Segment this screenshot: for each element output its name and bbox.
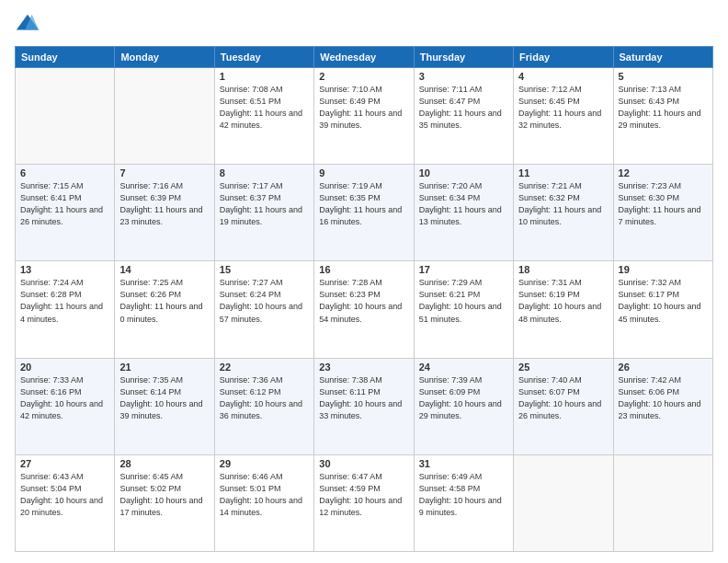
day-number: 5 — [619, 71, 708, 82]
calendar-cell: 30Sunrise: 6:47 AM Sunset: 4:59 PM Dayli… — [314, 454, 414, 551]
day-info: Sunrise: 7:25 AM Sunset: 6:26 PM Dayligh… — [119, 277, 209, 325]
calendar-cell — [613, 454, 712, 551]
day-number: 7 — [119, 167, 209, 178]
calendar-cell: 17Sunrise: 7:29 AM Sunset: 6:21 PM Dayli… — [414, 261, 513, 358]
day-info: Sunrise: 6:46 AM Sunset: 5:01 PM Dayligh… — [220, 471, 309, 519]
day-number: 28 — [119, 458, 209, 469]
day-info: Sunrise: 7:27 AM Sunset: 6:24 PM Dayligh… — [220, 277, 309, 325]
weekday-header: Thursday — [414, 47, 513, 68]
day-number: 18 — [518, 264, 608, 275]
page: SundayMondayTuesdayWednesdayThursdayFrid… — [0, 0, 728, 563]
calendar-cell: 23Sunrise: 7:38 AM Sunset: 6:11 PM Dayli… — [314, 358, 414, 454]
logo-icon — [15, 11, 40, 37]
logo — [15, 11, 44, 37]
weekday-header: Sunday — [16, 47, 115, 68]
calendar-cell: 21Sunrise: 7:35 AM Sunset: 6:14 PM Dayli… — [115, 358, 214, 454]
calendar-cell: 5Sunrise: 7:13 AM Sunset: 6:43 PM Daylig… — [613, 68, 712, 165]
day-info: Sunrise: 7:40 AM Sunset: 6:07 PM Dayligh… — [518, 374, 608, 422]
calendar-week-row: 13Sunrise: 7:24 AM Sunset: 6:28 PM Dayli… — [16, 261, 713, 358]
calendar-cell: 9Sunrise: 7:19 AM Sunset: 6:35 PM Daylig… — [314, 165, 414, 261]
day-info: Sunrise: 7:11 AM Sunset: 6:47 PM Dayligh… — [419, 84, 508, 132]
calendar-cell: 1Sunrise: 7:08 AM Sunset: 6:51 PM Daylig… — [214, 68, 313, 165]
day-number: 21 — [119, 362, 209, 373]
calendar-cell: 26Sunrise: 7:42 AM Sunset: 6:06 PM Dayli… — [613, 358, 712, 454]
day-number: 6 — [20, 167, 109, 178]
weekday-header: Saturday — [613, 47, 712, 68]
calendar-cell: 12Sunrise: 7:23 AM Sunset: 6:30 PM Dayli… — [613, 165, 712, 261]
day-info: Sunrise: 7:15 AM Sunset: 6:41 PM Dayligh… — [20, 180, 109, 228]
day-number: 31 — [419, 458, 508, 469]
day-info: Sunrise: 7:36 AM Sunset: 6:12 PM Dayligh… — [220, 374, 309, 422]
day-number: 19 — [619, 264, 708, 275]
day-number: 13 — [20, 264, 109, 275]
weekday-header: Friday — [514, 47, 613, 68]
day-number: 2 — [319, 71, 408, 82]
day-number: 23 — [319, 362, 408, 373]
day-number: 17 — [419, 264, 508, 275]
day-number: 22 — [220, 362, 309, 373]
day-info: Sunrise: 6:45 AM Sunset: 5:02 PM Dayligh… — [119, 471, 209, 519]
calendar-cell: 16Sunrise: 7:28 AM Sunset: 6:23 PM Dayli… — [314, 261, 414, 358]
calendar-week-row: 20Sunrise: 7:33 AM Sunset: 6:16 PM Dayli… — [16, 358, 713, 454]
day-info: Sunrise: 7:42 AM Sunset: 6:06 PM Dayligh… — [619, 374, 708, 422]
day-number: 8 — [220, 167, 309, 178]
calendar-cell: 3Sunrise: 7:11 AM Sunset: 6:47 PM Daylig… — [414, 68, 513, 165]
day-info: Sunrise: 7:32 AM Sunset: 6:17 PM Dayligh… — [619, 277, 708, 325]
calendar-cell: 22Sunrise: 7:36 AM Sunset: 6:12 PM Dayli… — [214, 358, 313, 454]
calendar-week-row: 6Sunrise: 7:15 AM Sunset: 6:41 PM Daylig… — [16, 165, 713, 261]
weekday-header: Wednesday — [314, 47, 414, 68]
day-number: 20 — [20, 362, 109, 373]
day-info: Sunrise: 7:20 AM Sunset: 6:34 PM Dayligh… — [419, 180, 508, 228]
calendar-week-row: 27Sunrise: 6:43 AM Sunset: 5:04 PM Dayli… — [16, 454, 713, 551]
day-info: Sunrise: 7:10 AM Sunset: 6:49 PM Dayligh… — [319, 84, 408, 132]
calendar-cell: 27Sunrise: 6:43 AM Sunset: 5:04 PM Dayli… — [16, 454, 115, 551]
day-info: Sunrise: 7:16 AM Sunset: 6:39 PM Dayligh… — [119, 180, 209, 228]
day-number: 11 — [518, 167, 608, 178]
day-info: Sunrise: 7:19 AM Sunset: 6:35 PM Dayligh… — [319, 180, 408, 228]
header — [15, 11, 713, 37]
day-info: Sunrise: 7:12 AM Sunset: 6:45 PM Dayligh… — [518, 84, 608, 132]
calendar-cell — [16, 68, 115, 165]
calendar-cell: 13Sunrise: 7:24 AM Sunset: 6:28 PM Dayli… — [16, 261, 115, 358]
day-info: Sunrise: 7:31 AM Sunset: 6:19 PM Dayligh… — [518, 277, 608, 325]
day-info: Sunrise: 7:23 AM Sunset: 6:30 PM Dayligh… — [619, 180, 708, 228]
calendar-week-row: 1Sunrise: 7:08 AM Sunset: 6:51 PM Daylig… — [16, 68, 713, 165]
weekday-header: Monday — [115, 47, 214, 68]
day-info: Sunrise: 6:47 AM Sunset: 4:59 PM Dayligh… — [319, 471, 408, 519]
calendar-cell: 10Sunrise: 7:20 AM Sunset: 6:34 PM Dayli… — [414, 165, 513, 261]
day-number: 29 — [220, 458, 309, 469]
calendar-cell: 14Sunrise: 7:25 AM Sunset: 6:26 PM Dayli… — [115, 261, 214, 358]
day-number: 10 — [419, 167, 508, 178]
calendar-cell — [115, 68, 214, 165]
day-info: Sunrise: 7:29 AM Sunset: 6:21 PM Dayligh… — [419, 277, 508, 325]
calendar-cell: 19Sunrise: 7:32 AM Sunset: 6:17 PM Dayli… — [613, 261, 712, 358]
calendar-cell: 11Sunrise: 7:21 AM Sunset: 6:32 PM Dayli… — [514, 165, 613, 261]
day-number: 25 — [518, 362, 608, 373]
day-info: Sunrise: 7:21 AM Sunset: 6:32 PM Dayligh… — [518, 180, 608, 228]
day-number: 27 — [20, 458, 109, 469]
calendar-cell: 18Sunrise: 7:31 AM Sunset: 6:19 PM Dayli… — [514, 261, 613, 358]
calendar-cell: 20Sunrise: 7:33 AM Sunset: 6:16 PM Dayli… — [16, 358, 115, 454]
calendar-cell: 28Sunrise: 6:45 AM Sunset: 5:02 PM Dayli… — [115, 454, 214, 551]
header-row: SundayMondayTuesdayWednesdayThursdayFrid… — [16, 47, 713, 68]
day-number: 3 — [419, 71, 508, 82]
calendar-cell: 25Sunrise: 7:40 AM Sunset: 6:07 PM Dayli… — [514, 358, 613, 454]
calendar-cell: 15Sunrise: 7:27 AM Sunset: 6:24 PM Dayli… — [214, 261, 313, 358]
day-info: Sunrise: 7:39 AM Sunset: 6:09 PM Dayligh… — [419, 374, 508, 422]
day-number: 9 — [319, 167, 408, 178]
day-number: 30 — [319, 458, 408, 469]
day-info: Sunrise: 7:33 AM Sunset: 6:16 PM Dayligh… — [20, 374, 109, 422]
day-number: 14 — [119, 264, 209, 275]
day-number: 24 — [419, 362, 508, 373]
day-info: Sunrise: 7:35 AM Sunset: 6:14 PM Dayligh… — [119, 374, 209, 422]
calendar-table: SundayMondayTuesdayWednesdayThursdayFrid… — [15, 46, 713, 552]
day-number: 26 — [619, 362, 708, 373]
day-info: Sunrise: 7:28 AM Sunset: 6:23 PM Dayligh… — [319, 277, 408, 325]
day-info: Sunrise: 6:43 AM Sunset: 5:04 PM Dayligh… — [20, 471, 109, 519]
day-info: Sunrise: 7:24 AM Sunset: 6:28 PM Dayligh… — [20, 277, 109, 325]
calendar-cell: 8Sunrise: 7:17 AM Sunset: 6:37 PM Daylig… — [214, 165, 313, 261]
calendar-cell: 2Sunrise: 7:10 AM Sunset: 6:49 PM Daylig… — [314, 68, 414, 165]
calendar-cell: 4Sunrise: 7:12 AM Sunset: 6:45 PM Daylig… — [514, 68, 613, 165]
calendar-cell — [514, 454, 613, 551]
calendar-cell: 31Sunrise: 6:49 AM Sunset: 4:58 PM Dayli… — [414, 454, 513, 551]
